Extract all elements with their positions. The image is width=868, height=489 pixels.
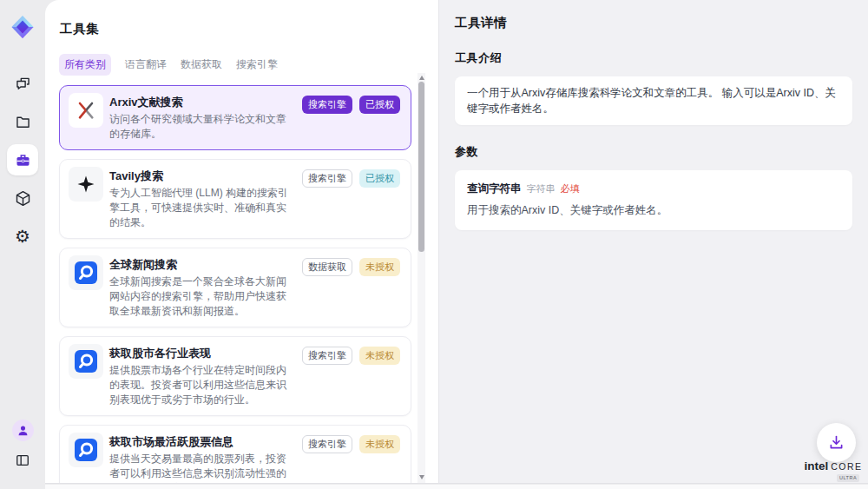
category-tab-3[interactable]: 搜索引擎: [236, 54, 278, 76]
person-icon: [16, 423, 30, 438]
intel-core-logo: intelcore Ultra: [800, 459, 866, 482]
auth-status-badge: 已授权: [359, 96, 400, 114]
tool-name: Tavily搜索: [109, 168, 296, 184]
tool-name: 获取市场最活跃股票信息: [109, 433, 296, 450]
settings-icon: ⚙: [15, 228, 30, 246]
tool-badges: 数据获取 未授权: [302, 258, 400, 276]
auth-status-badge: 未授权: [359, 435, 400, 453]
category-badge: 搜索引擎: [302, 347, 352, 365]
toolset-panel: 工具集 所有类别语言翻译数据获取搜索引擎 Arxiv文献搜索 访问各个研究领域大…: [45, 0, 438, 483]
download-icon: [827, 433, 845, 452]
tool-list: Arxiv文献搜索 访问各个研究领域大量科学论文和文章的存储库。 搜索引擎 已授…: [59, 85, 411, 484]
sidebar-nav: ⚙: [7, 68, 38, 252]
parameter-header: 查询字符串 字符串 必填: [467, 182, 840, 196]
tool-card-1[interactable]: Tavily搜索 专为人工智能代理 (LLM) 构建的搜索引擎工具，可快速提供实…: [59, 159, 411, 239]
tool-description: 提供当天交易量最高的股票列表，投资者可以利用这些信息来识别流动性强的股票和潜在的…: [109, 452, 296, 484]
tool-name: 获取股市各行业表现: [109, 345, 296, 361]
category-badge: 搜索引擎: [302, 96, 352, 114]
tool-card-body: Arxiv文献搜索 访问各个研究领域大量科学论文和文章的存储库。: [109, 93, 296, 142]
tool-description: 全球新闻搜索是一个聚合全球各大新闻网站内容的搜索引擎，帮助用户快速获取全球最新资…: [109, 274, 296, 319]
tool-card-4[interactable]: 获取市场最活跃股票信息 提供当天交易量最高的股票列表，投资者可以利用这些信息来识…: [59, 425, 411, 484]
tool-card-body: 获取股市各行业表现 提供股票市场各个行业在特定时间段内的表现。投资者可以利用这些…: [109, 344, 296, 407]
parameter-description: 用于搜索的Arxiv ID、关键字或作者姓名。: [467, 203, 840, 218]
auth-status-badge: 未授权: [359, 258, 400, 276]
qapi-icon: [69, 344, 103, 379]
cube-icon: [14, 189, 32, 208]
tool-details-panel: 工具详情 工具介绍 一个用于从Arxiv存储库搜索科学论文和文章的工具。 输入可…: [438, 0, 868, 483]
qapi-icon: [69, 433, 103, 467]
tavily-star-icon: [69, 167, 103, 202]
sidebar-item-settings[interactable]: ⚙: [7, 221, 38, 252]
details-title: 工具详情: [455, 15, 852, 31]
scroll-up-arrow-icon[interactable]: [418, 74, 425, 82]
params-heading: 参数: [455, 144, 852, 160]
parameter-name: 查询字符串: [467, 182, 522, 196]
main-content: 工具集 所有类别语言翻译数据获取搜索引擎 Arxiv文献搜索 访问各个研究领域大…: [45, 0, 868, 484]
app-window: ⚙ 工具集 所有类别语言翻译数据获取搜索引擎 Arx: [0, 0, 868, 489]
toolset-title: 工具集: [60, 21, 438, 37]
scroll-down-arrow-icon[interactable]: [418, 473, 425, 481]
tool-card-body: 获取市场最活跃股票信息 提供当天交易量最高的股票列表，投资者可以利用这些信息来识…: [109, 433, 296, 484]
tool-name: 全球新闻搜索: [109, 256, 296, 273]
chat-icon: [14, 75, 32, 93]
app-logo-icon: [10, 14, 36, 40]
toolbox-icon: [14, 151, 32, 169]
brand-ultra-badge: Ultra: [837, 474, 859, 482]
tool-badges: 搜索引擎 已授权: [302, 96, 400, 114]
collapse-panel-icon[interactable]: [11, 449, 34, 472]
list-scrollbar[interactable]: [418, 73, 425, 483]
brand-core-text: core: [831, 461, 862, 472]
tool-description: 访问各个研究领域大量科学论文和文章的存储库。: [109, 112, 296, 142]
scrollbar-thumb[interactable]: [418, 82, 424, 252]
sidebar-bottom: [11, 420, 34, 489]
category-badge: 搜索引擎: [302, 435, 352, 453]
tool-card-body: 全球新闻搜索 全球新闻搜索是一个聚合全球各大新闻网站内容的搜索引擎，帮助用户快速…: [109, 255, 296, 319]
category-badge: 数据获取: [302, 258, 352, 276]
tool-card-body: Tavily搜索 专为人工智能代理 (LLM) 构建的搜索引擎工具，可快速提供实…: [109, 167, 296, 230]
tool-card-0[interactable]: Arxiv文献搜索 访问各个研究领域大量科学论文和文章的存储库。 搜索引擎 已授…: [59, 85, 411, 150]
parameter-required-badge: 必填: [561, 182, 580, 195]
tool-name: Arxiv文献搜索: [109, 94, 296, 110]
category-tab-2[interactable]: 数据获取: [181, 54, 222, 76]
auth-status-badge: 未授权: [359, 347, 400, 365]
qapi-icon: [69, 255, 103, 290]
user-avatar[interactable]: [12, 420, 34, 441]
tool-description: 提供股票市场各个行业在特定时间段内的表现。投资者可以利用这些信息来识别表现优于或…: [109, 363, 296, 407]
sidebar-item-toolbox[interactable]: [7, 144, 38, 175]
parameter-card: 查询字符串 字符串 必填 用于搜索的Arxiv ID、关键字或作者姓名。: [455, 170, 852, 230]
folder-icon: [14, 113, 32, 131]
window-bottom-edge: [45, 485, 868, 489]
intro-text: 一个用于从Arxiv存储库搜索科学论文和文章的工具。 输入可以是Arxiv ID…: [455, 76, 852, 125]
category-tabs: 所有类别语言翻译数据获取搜索引擎: [59, 54, 438, 76]
auth-status-badge: 已授权: [359, 169, 400, 188]
parameter-type: 字符串: [527, 182, 556, 195]
category-tab-0[interactable]: 所有类别: [59, 54, 111, 76]
tool-card-2[interactable]: 全球新闻搜索 全球新闻搜索是一个聚合全球各大新闻网站内容的搜索引擎，帮助用户快速…: [59, 248, 411, 327]
category-badge: 搜索引擎: [302, 169, 352, 188]
tool-badges: 搜索引擎 未授权: [302, 347, 400, 365]
sidebar: ⚙: [0, 0, 45, 489]
download-button[interactable]: [817, 423, 856, 462]
brand-intel-text: intel: [804, 459, 828, 472]
tool-badges: 搜索引擎 已授权: [302, 169, 400, 188]
tool-description: 专为人工智能代理 (LLM) 构建的搜索引擎工具，可快速提供实时、准确和真实的结…: [109, 186, 296, 230]
intro-heading: 工具介绍: [455, 50, 852, 66]
category-tab-1[interactable]: 语言翻译: [125, 54, 167, 76]
sidebar-item-cube[interactable]: [7, 182, 38, 214]
tool-badges: 搜索引擎 未授权: [302, 435, 400, 453]
tool-card-3[interactable]: 获取股市各行业表现 提供股票市场各个行业在特定时间段内的表现。投资者可以利用这些…: [59, 336, 411, 416]
sidebar-item-folder[interactable]: [7, 106, 38, 137]
sidebar-item-chat[interactable]: [7, 68, 38, 99]
arxiv-icon: [69, 93, 103, 128]
